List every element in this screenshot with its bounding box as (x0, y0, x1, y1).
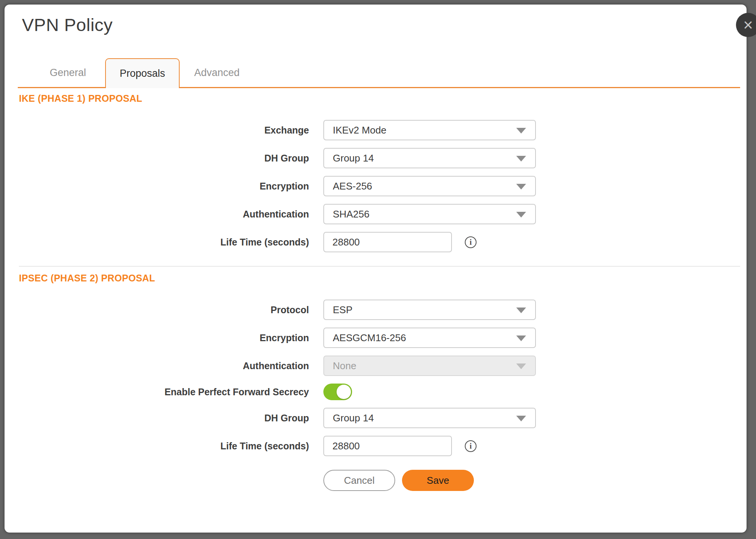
info-icon[interactable]: i (465, 440, 477, 452)
chevron-down-icon (516, 156, 526, 162)
screen: VPN Policy General Proposals Advanced IK… (0, 0, 756, 539)
ike-encryption-dropdown[interactable]: AES-256 (323, 176, 536, 196)
chevron-down-icon (516, 336, 526, 341)
ike-authentication-dropdown[interactable]: SHA256 (323, 204, 536, 224)
form-row: EncryptionAESGCM16-256 (19, 328, 740, 348)
dialog-footer: Cancel Save (323, 470, 740, 491)
form-row: EncryptionAES-256 (19, 176, 740, 196)
save-button[interactable]: Save (402, 470, 474, 491)
info-icon[interactable]: i (465, 236, 477, 248)
form-row: Life Time (seconds)i (19, 436, 740, 456)
form-row: AuthenticationSHA256 (19, 204, 740, 224)
section-divider (19, 266, 740, 267)
ipsec-encryption-label: Encryption (19, 332, 309, 343)
ipsec-dh-group-dropdown[interactable]: Group 14 (323, 408, 536, 428)
ike-encryption-label: Encryption (19, 181, 309, 192)
vpn-policy-dialog: VPN Policy General Proposals Advanced IK… (5, 5, 747, 533)
ike-life-time-input[interactable] (323, 232, 452, 252)
ipsec-encryption-value: AESGCM16-256 (333, 332, 406, 344)
exchange-label: Exchange (19, 125, 309, 136)
ipsec-protocol-dropdown[interactable]: ESP (323, 300, 536, 320)
form-row: AuthenticationNone (19, 356, 740, 376)
tab-proposals[interactable]: Proposals (105, 58, 180, 88)
section-heading-ipsec: IPSEC (PHASE 2) PROPOSAL (19, 273, 740, 284)
ipsec-dh-group-label: DH Group (19, 413, 309, 424)
ike-authentication-value: SHA256 (333, 208, 369, 220)
ike-encryption-value: AES-256 (333, 180, 372, 192)
dialog-title: VPN Policy (22, 14, 113, 35)
exchange-dropdown[interactable]: IKEv2 Mode (323, 120, 536, 140)
form-row: DH GroupGroup 14 (19, 408, 740, 428)
chevron-down-icon (516, 363, 526, 369)
section-heading-ike: IKE (PHASE 1) PROPOSAL (19, 93, 740, 104)
chevron-down-icon (516, 212, 526, 217)
chevron-down-icon (516, 308, 526, 313)
ipsec-protocol-value: ESP (333, 304, 352, 316)
tab-advanced[interactable]: Advanced (180, 58, 254, 87)
section-ipsec-phase2: IPSEC (PHASE 2) PROPOSAL ProtocolESPEncr… (19, 273, 740, 456)
tab-general[interactable]: General (31, 58, 105, 87)
cancel-button[interactable]: Cancel (323, 470, 395, 491)
form-row: Enable Perfect Forward Secrecy (19, 384, 740, 400)
ipsec-life-time-input[interactable] (323, 436, 452, 456)
ipsec-authentication-value: None (333, 360, 356, 372)
ipsec-authentication-dropdown: None (323, 356, 536, 376)
ike-dh-group-label: DH Group (19, 153, 309, 164)
close-icon: × (743, 17, 753, 33)
section-ike-phase1: IKE (PHASE 1) PROPOSAL ExchangeIKEv2 Mod… (19, 93, 740, 252)
tab-bar: General Proposals Advanced (18, 58, 740, 88)
chevron-down-icon (516, 184, 526, 190)
ike-authentication-label: Authentication (19, 209, 309, 220)
form-row: DH GroupGroup 14 (19, 148, 740, 168)
dialog-content: IKE (PHASE 1) PROPOSAL ExchangeIKEv2 Mod… (19, 92, 740, 491)
ike-life-time-label: Life Time (seconds) (19, 237, 309, 248)
chevron-down-icon (516, 128, 526, 134)
ipsec-life-time-label: Life Time (seconds) (19, 441, 309, 452)
form-row: ProtocolESP (19, 300, 740, 320)
ipsec-encryption-dropdown[interactable]: AESGCM16-256 (323, 328, 536, 348)
ipsec-authentication-label: Authentication (19, 360, 309, 371)
ike-dh-group-dropdown[interactable]: Group 14 (323, 148, 536, 168)
ike-dh-group-value: Group 14 (333, 152, 374, 164)
enable-perfect-forward-secrecy-label: Enable Perfect Forward Secrecy (19, 387, 309, 398)
ipsec-dh-group-value: Group 14 (333, 412, 374, 424)
exchange-value: IKEv2 Mode (333, 124, 387, 136)
toggle-knob (337, 385, 351, 399)
form-row: ExchangeIKEv2 Mode (19, 120, 740, 140)
form-row: Life Time (seconds)i (19, 232, 740, 252)
enable-perfect-forward-secrecy-toggle[interactable] (323, 384, 352, 400)
chevron-down-icon (516, 416, 526, 421)
ipsec-protocol-label: Protocol (19, 304, 309, 315)
